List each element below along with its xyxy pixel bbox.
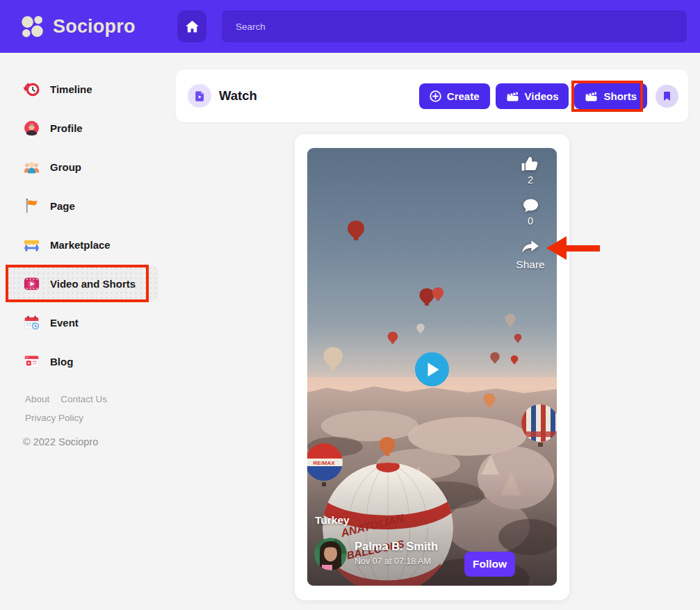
page-title: Watch bbox=[219, 88, 419, 104]
video-player[interactable]: RE/MAX ANATOLIAN BALLOONS bbox=[307, 148, 557, 586]
storefront-icon bbox=[23, 236, 40, 254]
sidebar-item-blog[interactable]: Blog bbox=[0, 342, 176, 381]
sidebar-item-label: Marketplace bbox=[50, 239, 111, 251]
comment-count: 0 bbox=[528, 215, 533, 226]
share-label: Share bbox=[516, 258, 544, 271]
sidebar-item-profile[interactable]: Profile bbox=[0, 108, 176, 147]
plus-circle-icon bbox=[430, 90, 441, 102]
home-icon bbox=[185, 19, 200, 33]
follow-button[interactable]: Follow bbox=[464, 552, 515, 577]
bookmark-icon bbox=[662, 90, 672, 102]
footer-link-privacy-policy[interactable]: Privacy Policy bbox=[25, 413, 83, 423]
sidebar-item-label: Event bbox=[50, 317, 79, 329]
top-navbar: Sociopro bbox=[0, 0, 700, 53]
sidebar-footer: About Contact Us Privacy Policy © 2022 S… bbox=[0, 381, 176, 447]
create-button[interactable]: Create bbox=[419, 83, 490, 109]
post-timestamp: Nov 07 at 07:18 AM bbox=[355, 557, 438, 566]
watch-page-icon bbox=[188, 84, 211, 108]
footer-link-contact-us[interactable]: Contact Us bbox=[60, 394, 107, 404]
sidebar-item-event[interactable]: Event bbox=[0, 303, 176, 342]
avatar-image bbox=[314, 538, 347, 570]
create-button-label: Create bbox=[447, 90, 480, 102]
calendar-icon bbox=[23, 314, 40, 331]
play-button[interactable] bbox=[415, 352, 449, 386]
page-body: Timeline Profile bbox=[0, 53, 700, 610]
profile-avatar-icon bbox=[23, 119, 40, 137]
timeline-clock-icon bbox=[23, 81, 40, 98]
comment-icon[interactable] bbox=[521, 197, 540, 215]
video-location: Turkey bbox=[315, 514, 350, 527]
share-icon[interactable] bbox=[520, 238, 541, 256]
home-button[interactable] bbox=[177, 10, 206, 42]
main-content: Watch Create Videos bbox=[176, 53, 700, 610]
author-name[interactable]: Palma B. Smith bbox=[355, 540, 438, 553]
bookmark-button[interactable] bbox=[656, 85, 678, 108]
videos-button[interactable]: Videos bbox=[496, 83, 569, 109]
sidebar-item-label: Page bbox=[50, 200, 75, 212]
footer-link-about[interactable]: About bbox=[25, 394, 49, 404]
blog-icon bbox=[23, 353, 40, 370]
brand-name: Sociopro bbox=[53, 16, 136, 38]
thumbs-up-icon[interactable] bbox=[520, 154, 541, 174]
shorts-button-label: Shorts bbox=[603, 90, 637, 102]
sidebar-item-group[interactable]: Group bbox=[0, 147, 176, 186]
video-play-icon bbox=[23, 275, 40, 292]
video-action-rail: 2 0 Share bbox=[515, 154, 546, 271]
flag-icon bbox=[23, 197, 40, 215]
sidebar-item-label: Group bbox=[50, 161, 81, 173]
sidebar-item-marketplace[interactable]: Marketplace bbox=[0, 225, 176, 264]
sociopro-logo-icon bbox=[19, 14, 45, 40]
copyright-text: © 2022 Sociopro bbox=[23, 436, 176, 447]
search-input[interactable] bbox=[222, 10, 687, 42]
shorts-button[interactable]: Shorts bbox=[574, 83, 647, 109]
sidebar-item-label: Blog bbox=[50, 356, 73, 368]
sidebar-item-timeline[interactable]: Timeline bbox=[0, 69, 176, 108]
shorts-button-wrapper: Shorts bbox=[574, 83, 647, 109]
film-icon bbox=[585, 90, 598, 102]
like-count: 2 bbox=[528, 174, 533, 186]
author-avatar[interactable] bbox=[314, 538, 347, 570]
brand[interactable]: Sociopro bbox=[19, 14, 177, 40]
sidebar-item-label: Video and Shorts bbox=[50, 278, 136, 290]
watch-header-card: Watch Create Videos bbox=[176, 69, 688, 122]
sidebar-item-label: Profile bbox=[50, 122, 83, 134]
sidebar-item-label: Timeline bbox=[50, 83, 92, 95]
group-people-icon bbox=[23, 158, 40, 176]
short-card: RE/MAX ANATOLIAN BALLOONS bbox=[295, 134, 569, 600]
author-text-block: Palma B. Smith Nov 07 at 07:18 AM bbox=[355, 538, 438, 570]
sidebar: Timeline Profile bbox=[0, 53, 176, 610]
sidebar-item-video-and-shorts[interactable]: Video and Shorts bbox=[0, 264, 176, 303]
author-meta: Palma B. Smith Nov 07 at 07:18 AM bbox=[314, 538, 438, 570]
left-balloon-brand-text: RE/MAX bbox=[313, 460, 335, 466]
videos-button-label: Videos bbox=[525, 90, 559, 102]
film-icon bbox=[506, 90, 519, 102]
sidebar-item-page[interactable]: Page bbox=[0, 186, 176, 225]
play-icon bbox=[427, 362, 440, 377]
